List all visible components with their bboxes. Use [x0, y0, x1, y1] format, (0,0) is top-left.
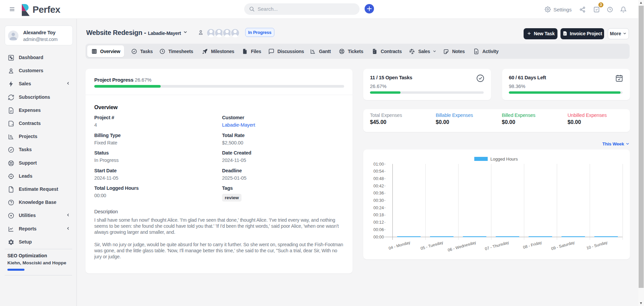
svg-text:00:12: 00:12 [373, 220, 384, 225]
svg-text:07 - Thursday: 07 - Thursday [484, 240, 509, 251]
svg-text:00:30: 00:30 [373, 198, 384, 203]
svg-text:00:42: 00:42 [373, 184, 384, 188]
svg-text:10 - Sunday: 10 - Sunday [586, 240, 608, 250]
svg-text:00:06: 00:06 [373, 227, 384, 232]
svg-text:06 - Wednesday: 06 - Wednesday [447, 240, 477, 252]
svg-text:08 - Friday: 08 - Friday [523, 240, 542, 250]
svg-text:00:00: 00:00 [373, 235, 384, 239]
svg-text:01:00: 01:00 [373, 162, 384, 167]
svg-text:00:36: 00:36 [373, 191, 384, 195]
svg-text:05 - Tuesday: 05 - Tuesday [420, 240, 444, 251]
svg-text:00:48: 00:48 [373, 176, 384, 181]
svg-text:04 - Monday: 04 - Monday [388, 240, 411, 251]
svg-text:00:54: 00:54 [373, 169, 384, 174]
svg-text:Logged Hours: Logged Hours [490, 157, 518, 162]
svg-text:00:24: 00:24 [373, 206, 384, 210]
svg-text:00:18: 00:18 [373, 213, 384, 217]
svg-text:09 - Saturday: 09 - Saturday [551, 240, 575, 251]
